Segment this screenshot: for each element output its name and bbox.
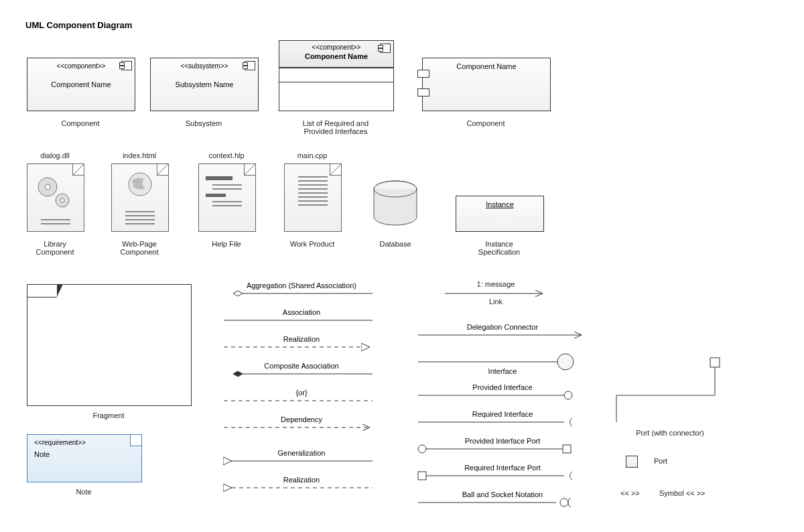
work-doc-icon <box>284 163 342 232</box>
component-box: <<component>> Component Name <box>27 58 135 111</box>
interfaces-header: <<component>> Component Name <box>279 40 394 68</box>
rel-label: Association <box>228 308 375 316</box>
rel-label: Realization <box>228 476 375 484</box>
svg-rect-29 <box>710 358 720 367</box>
subsystem-label: Subsystem <box>150 119 257 127</box>
port-label: Port <box>654 457 694 465</box>
fragment-box <box>27 284 192 406</box>
stereotype: <<component>> <box>27 58 135 70</box>
database-label: Database <box>362 240 429 248</box>
webpage-label: Web-Page Component <box>105 240 174 256</box>
rel-label: Generalization <box>228 449 375 457</box>
rel-label: Interface <box>429 367 576 375</box>
library-label: Library Component <box>20 240 90 256</box>
port-connector <box>610 355 730 429</box>
subsystem-box: <<subsystem>> Subsystem Name <box>150 58 259 111</box>
rel-label: Aggregation (Shared Association) <box>228 281 375 289</box>
port-connector-label: Port (with connector) <box>616 429 724 437</box>
instance-box: Instance <box>456 196 544 232</box>
fragment-label: Fragment <box>27 411 190 419</box>
file-name: dialog.dll <box>27 151 83 159</box>
webpage-doc-icon <box>111 163 169 232</box>
symbol-left: << >> <box>620 489 654 497</box>
component-name: Component Name <box>279 51 393 60</box>
rel-label: Composite Association <box>228 362 375 370</box>
help-label: Help File <box>192 240 261 248</box>
component-name: Component Name <box>423 58 550 70</box>
svg-point-20 <box>564 391 572 399</box>
component-icon <box>380 44 391 53</box>
component-label: Component <box>27 119 134 127</box>
rel-label: Required Interface Port <box>429 464 576 472</box>
rel-label: Realization <box>228 335 375 343</box>
help-doc-icon <box>198 163 256 232</box>
fragment-tab <box>27 284 57 297</box>
rel-label: {or} <box>228 389 375 397</box>
svg-point-3 <box>60 198 64 202</box>
svg-rect-24 <box>563 445 571 453</box>
database-icon <box>368 180 422 230</box>
interfaces-label: List of Required and Provided Interfaces <box>279 119 393 135</box>
svg-rect-25 <box>418 472 426 480</box>
symbol-right: Symbol << >> <box>659 489 726 497</box>
note-label: Note <box>27 488 141 496</box>
port-icon <box>417 70 429 78</box>
note-box: <<requirement>> Note <box>27 434 142 482</box>
rel-label: Required Interface <box>429 410 576 418</box>
globe-icon <box>127 171 153 198</box>
diagram-title: UML Component Diagram <box>25 20 132 30</box>
gears-icon <box>33 174 78 214</box>
interfaces-body <box>279 67 394 111</box>
rel-label: Dependency <box>228 415 375 423</box>
library-doc-icon <box>27 163 84 232</box>
note-text: Note <box>27 450 141 458</box>
component-icon <box>121 61 132 70</box>
port-icon <box>417 88 429 96</box>
port-icon <box>626 456 638 468</box>
svg-point-22 <box>418 445 426 453</box>
svg-point-28 <box>560 498 568 507</box>
link-message: 1: message <box>442 280 549 288</box>
instance-name: Instance <box>456 196 543 208</box>
rel-label: Provided Interface Port <box>429 437 576 445</box>
instance-label: Instance Specification <box>456 240 543 256</box>
file-name: main.cpp <box>284 151 340 159</box>
link-label: Link <box>442 297 549 306</box>
rel-label: Ball and Socket Notation <box>429 490 576 498</box>
component-icon <box>245 61 255 70</box>
subsystem-name: Subsystem Name <box>151 70 258 88</box>
file-name: index.html <box>111 151 168 159</box>
stereotype: <<subsystem>> <box>151 58 258 70</box>
work-label: Work Product <box>277 240 347 248</box>
component-label: Component <box>422 119 549 127</box>
stereotype: <<component>> <box>279 41 393 51</box>
svg-point-1 <box>45 184 50 190</box>
note-stereo: <<requirement>> <box>27 435 141 450</box>
component-with-ports: Component Name <box>422 58 551 111</box>
rel-label: Provided Interface <box>429 383 576 391</box>
uml-component-diagram: UML Component Diagram <<component>> Comp… <box>0 0 804 532</box>
rel-label: Delegation Connector <box>429 323 576 331</box>
file-name: context.hlp <box>198 151 255 159</box>
component-name: Component Name <box>27 70 135 88</box>
